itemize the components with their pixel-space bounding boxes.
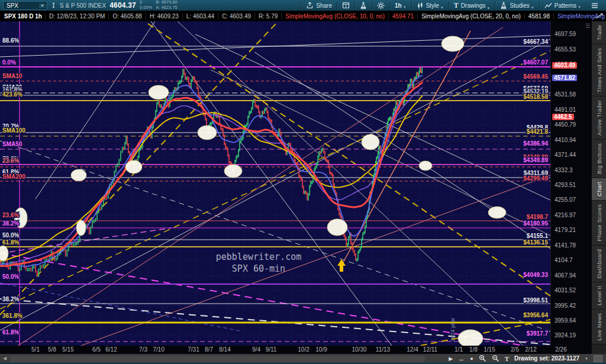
drawings-button[interactable]: T Drawings▼	[449, 1, 495, 10]
scrollbar-thumb[interactable]	[11, 356, 425, 362]
date-tick-label: 9/4	[252, 346, 260, 353]
sidebar-tab-level-ii[interactable]: Level II	[592, 282, 606, 310]
sidebar-tab-dashboard[interactable]: Dashboard	[592, 246, 606, 282]
watermark: pebblewriter.com SPX 60-min	[216, 252, 302, 274]
price-tick-label: 4031.52	[555, 287, 576, 294]
chevron-down-icon: ▼	[403, 5, 407, 9]
zoom-in-icon[interactable]	[479, 355, 486, 362]
timeframe-button[interactable]: 1h▼	[390, 2, 411, 9]
sidebar-tab-phase-scores[interactable]: Phase Scores	[592, 201, 606, 246]
time-axis[interactable]: 5/15/85/156/56/127/37/107/318/78/149/49/…	[0, 346, 592, 354]
price-level-label: $4518.58	[523, 94, 548, 100]
ellipse-marker	[76, 220, 86, 236]
symbol-select[interactable]: SPX ▼	[3, 1, 47, 10]
price-tick-label: 4332.3	[555, 167, 573, 173]
date-tick-label: 5/8	[48, 346, 56, 353]
fib-label: 361.8%	[2, 313, 22, 319]
price-tick-label: 4255.07	[555, 197, 576, 203]
sidebar-tab-chart[interactable]: Chart	[592, 178, 606, 201]
pan-arrows-icon[interactable]: ↔	[458, 355, 465, 362]
date-tick-label: 10/30	[352, 346, 366, 353]
price-badge: 4571.82	[552, 75, 577, 81]
trendlines-layer	[0, 21, 550, 346]
ellipse-markers-layer	[0, 36, 506, 346]
price-level-label: $3917.7	[527, 330, 549, 337]
ellipse-marker	[419, 161, 432, 170]
fib-label: 23.6%	[2, 212, 19, 218]
price-tick-label: 4179.21	[555, 227, 576, 233]
chevron-down-icon: ▼	[578, 5, 581, 9]
link-icon[interactable]	[51, 2, 56, 9]
gear-icon	[377, 2, 385, 9]
price-levels-layer	[0, 21, 550, 346]
study-legend-label[interactable]: SimpleMovingAvg (CLOSE, 20, 0, no)	[417, 13, 524, 20]
date-tick-label: 1/1	[454, 346, 463, 353]
studies-button[interactable]: Studies▼	[495, 2, 539, 9]
price-tick-label: 4067.94	[555, 272, 576, 279]
text-tool-icon: T	[454, 1, 459, 10]
price-badge: 4603.49	[552, 62, 577, 69]
bottom-tools: ▶ ↔ ● T Drawing set: 2023-1127 ▼	[449, 355, 606, 362]
price-tick-label: 4293.51	[555, 182, 576, 188]
sidebar-tab-times-and-sales[interactable]: Times And Sales	[592, 44, 606, 96]
price-level-label: $4180.95	[523, 220, 548, 227]
fib-label: 88.6%	[2, 37, 19, 44]
ellipse-marker	[488, 207, 506, 218]
ellipse-marker	[441, 36, 464, 51]
scroll-left-icon[interactable]: ◀	[3, 356, 7, 361]
price-level-label: $4607.07	[523, 59, 548, 66]
sidebar-tab-big-buttons[interactable]: Big Buttons	[592, 140, 606, 178]
dot-tool-icon[interactable]: ●	[470, 356, 473, 362]
patterns-button[interactable]: Patterns▼	[540, 2, 586, 9]
fib-label: 61.8%	[2, 329, 19, 336]
chevron-down-icon: ▼	[531, 6, 534, 9]
ellipse-marker	[224, 165, 242, 178]
date-tick-label: 5/15	[62, 346, 73, 353]
price-tick-label: 4371.44	[555, 152, 576, 158]
quick-study-button[interactable]	[355, 2, 372, 9]
style-button[interactable]: Style▼	[412, 2, 449, 9]
sidebar-tab-active-trader[interactable]: Active Trader	[592, 96, 606, 140]
ellipse-marker	[149, 85, 169, 99]
ohlc-field: L: 4603.44	[182, 13, 218, 20]
sidebar-tab-trade[interactable]: Trade	[592, 21, 606, 44]
settings-button[interactable]	[372, 2, 389, 9]
date-tick-label: 2/5	[511, 346, 519, 353]
date-tick-label: 7/10	[153, 346, 164, 353]
zigzag-pattern-icon	[544, 2, 552, 9]
zoom-out-icon[interactable]	[492, 355, 499, 362]
date-tick-label: 11/13	[376, 346, 390, 353]
resize-grip[interactable]	[594, 355, 602, 362]
date-tick-label: 7/3	[139, 346, 147, 353]
menu-button[interactable]	[586, 2, 603, 9]
price-axis[interactable]: ☰ 4697.594655.534613.844531.584491.01445…	[550, 21, 592, 346]
drawing-set-label[interactable]: Drawing set: 2023-1127	[514, 355, 579, 362]
fib-label: 0.0%	[2, 59, 16, 66]
date-tick-label: 1/8	[469, 346, 478, 353]
symbol-description: S & P 500 INDEX	[60, 2, 106, 9]
flask-icon	[500, 2, 507, 9]
text-tool-icon[interactable]: T	[505, 355, 509, 362]
ohlc-field: O: 4605.88	[108, 13, 145, 20]
chart-mode-icon[interactable]	[595, 12, 604, 20]
price-tick-label: 3959.64	[555, 317, 576, 324]
playback-icon[interactable]: ▶	[449, 356, 453, 362]
share-button[interactable]: Share	[301, 2, 337, 9]
candle-style-icon	[417, 2, 424, 9]
fib-label: SMA10	[2, 73, 22, 79]
price-level-label: $3956.64	[523, 312, 548, 318]
axis-menu-icon[interactable]: ☰	[585, 23, 590, 29]
alerts-button[interactable]	[337, 2, 354, 9]
date-tick-label: 9/11	[266, 346, 277, 353]
price-level-label: $3998.51	[523, 297, 548, 304]
ellipse-marker	[198, 125, 217, 140]
price-level-label: $4386.94	[523, 140, 548, 147]
up-arrow-marker	[337, 259, 346, 272]
price-level-label: $4155.1	[527, 233, 549, 239]
sidebar-tab-live-news[interactable]: Live News	[592, 310, 606, 345]
study-legend-label[interactable]: SimpleMovingAvg (CLOSE, 10, 0, no)	[281, 13, 388, 20]
ohlc-field: C: 4603.49	[218, 13, 254, 20]
date-tick-label: 6/12	[105, 346, 117, 353]
thinkorswim-chart-window: SPX ▼ S & P 500 INDEX 4604.37 0 0.00% B:…	[0, 0, 606, 364]
chart-canvas[interactable]: 88.6%0.0%SMA10SMA20161.8%423.6%70.7%SMA1…	[0, 21, 550, 346]
